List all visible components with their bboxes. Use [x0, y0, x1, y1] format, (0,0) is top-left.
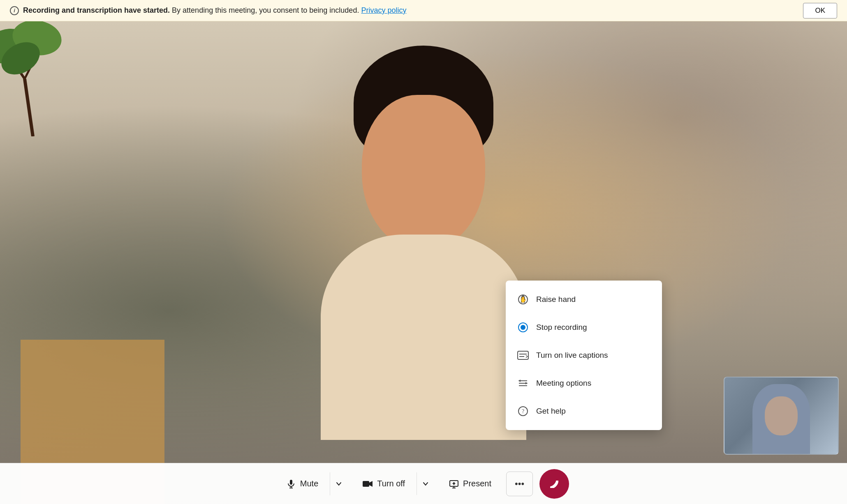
- body: [321, 235, 526, 440]
- info-icon: i: [10, 6, 19, 15]
- svg-text:?: ?: [522, 408, 524, 414]
- notification-banner: i Recording and transcription have start…: [0, 0, 847, 21]
- notification-body: By attending this meeting, you consent t…: [172, 6, 359, 14]
- camera-icon: [362, 480, 373, 488]
- svg-line-0: [25, 79, 33, 136]
- present-button[interactable]: Present: [437, 472, 503, 495]
- live-captions-label: Turn on live captions: [536, 351, 608, 360]
- privacy-policy-link[interactable]: Privacy policy: [361, 6, 406, 14]
- dropdown-menu: ✋ Raise hand Stop recording: [506, 281, 662, 430]
- present-icon: [449, 479, 459, 489]
- captions-icon: [517, 350, 529, 361]
- menu-item-live-captions[interactable]: Turn on live captions: [506, 341, 662, 369]
- svg-text:✋: ✋: [520, 296, 527, 303]
- chevron-down-icon: [423, 481, 428, 487]
- raise-hand-icon: ✋: [517, 294, 529, 305]
- self-view-thumbnail: [724, 377, 839, 455]
- record-icon: [517, 322, 529, 333]
- svg-rect-18: [290, 480, 292, 485]
- chevron-down-icon: [336, 481, 342, 487]
- microphone-icon: [286, 479, 296, 489]
- camera-button-group: Turn off: [351, 472, 434, 495]
- notification-content: i Recording and transcription have start…: [10, 6, 406, 15]
- end-call-button[interactable]: [539, 469, 569, 499]
- menu-item-meeting-options[interactable]: Meeting options: [506, 369, 662, 397]
- present-label: Present: [463, 479, 491, 488]
- meeting-options-label: Meeting options: [536, 379, 591, 388]
- video-area: ✋ Raise hand Stop recording: [0, 21, 847, 504]
- svg-point-9: [521, 325, 525, 330]
- mute-button[interactable]: Mute: [275, 472, 330, 495]
- notification-text: Recording and transcription have started…: [23, 6, 406, 15]
- more-icon: •••: [515, 479, 524, 489]
- options-icon: [517, 377, 529, 389]
- raise-hand-label: Raise hand: [536, 295, 576, 304]
- mute-label: Mute: [300, 479, 318, 488]
- menu-item-raise-hand[interactable]: ✋ Raise hand: [506, 285, 662, 313]
- get-help-label: Get help: [536, 407, 566, 416]
- self-view-person: [752, 384, 810, 454]
- camera-chevron[interactable]: [417, 474, 434, 493]
- menu-item-get-help[interactable]: ? Get help: [506, 397, 662, 425]
- camera-button[interactable]: Turn off: [351, 472, 417, 495]
- svg-rect-21: [363, 481, 369, 487]
- more-options-button[interactable]: •••: [506, 472, 533, 496]
- ok-button[interactable]: OK: [803, 3, 837, 18]
- help-icon: ?: [517, 405, 529, 417]
- notification-bold: Recording and transcription have started…: [23, 6, 170, 14]
- self-view-face: [765, 396, 798, 435]
- menu-item-stop-recording[interactable]: Stop recording: [506, 313, 662, 341]
- mute-button-group: Mute: [275, 472, 347, 495]
- controls-bar: Mute Turn off: [0, 463, 847, 504]
- end-call-icon: [548, 480, 561, 488]
- svg-rect-10: [518, 351, 528, 359]
- camera-label: Turn off: [377, 479, 405, 488]
- face: [362, 95, 485, 251]
- stop-recording-label: Stop recording: [536, 323, 587, 332]
- mute-chevron[interactable]: [330, 474, 347, 493]
- plant-decoration: [0, 21, 82, 136]
